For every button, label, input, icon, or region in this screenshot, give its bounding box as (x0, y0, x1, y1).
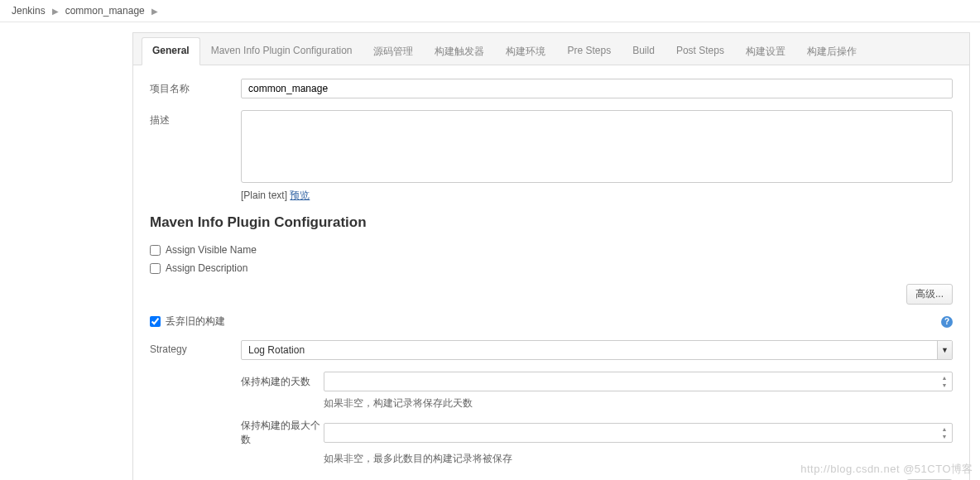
keep-days-label: 保持构建的天数 (241, 375, 324, 389)
tab-post-steps[interactable]: Post Steps (665, 37, 735, 65)
tab-build-settings[interactable]: 构建设置 (735, 37, 796, 65)
project-name-input[interactable] (241, 79, 953, 98)
tab-bar: General Maven Info Plugin Configuration … (133, 33, 969, 65)
chevron-right-icon: ▶ (52, 7, 59, 16)
chevron-right-icon: ▶ (151, 7, 158, 16)
spinner-icon[interactable]: ▲▼ (939, 425, 950, 440)
strategy-row: Strategy Log Rotation ▼ (150, 340, 953, 360)
tab-pre-steps[interactable]: Pre Steps (556, 37, 622, 65)
preview-link[interactable]: 预览 (290, 190, 310, 201)
advanced-button[interactable]: 高级... (906, 284, 953, 305)
tab-build[interactable]: Build (622, 37, 665, 65)
assign-description-checkbox[interactable] (150, 263, 161, 274)
assign-visible-name-checkbox[interactable] (150, 245, 161, 256)
breadcrumb-common-manage[interactable]: common_manage (65, 5, 145, 17)
keep-days-row: 保持构建的天数 ▲▼ (241, 372, 953, 391)
tab-build-env[interactable]: 构建环境 (495, 37, 556, 65)
keep-days-input[interactable] (324, 372, 953, 391)
config-panel: General Maven Info Plugin Configuration … (132, 32, 970, 480)
discard-old-checkbox[interactable] (150, 316, 161, 327)
description-textarea[interactable] (241, 110, 953, 183)
project-name-row: 项目名称 (150, 79, 953, 98)
tab-scm[interactable]: 源码管理 (363, 37, 424, 65)
discard-old-label: 丢弃旧的构建 (166, 314, 225, 329)
plain-text-label: [Plain text] (241, 190, 287, 201)
keep-max-input[interactable] (324, 423, 953, 443)
keep-max-label: 保持构建的最大个数 (241, 419, 324, 447)
assign-description-row: Assign Description (150, 259, 953, 277)
breadcrumb: Jenkins ▶ common_manage ▶ (0, 0, 980, 22)
discard-old-row: 丢弃旧的构建 ? (150, 308, 953, 335)
assign-visible-name-label: Assign Visible Name (166, 244, 257, 256)
description-hint: [Plain text] 预览 (241, 189, 953, 203)
assign-visible-name-row: Assign Visible Name (150, 241, 953, 259)
advanced-row-2: 高级... (150, 466, 953, 480)
keep-max-row: 保持构建的最大个数 ▲▼ (241, 419, 953, 447)
spinner-icon[interactable]: ▲▼ (939, 374, 950, 389)
description-row: 描述 [Plain text] 预览 (150, 110, 953, 203)
description-label: 描述 (150, 110, 241, 127)
chevron-down-icon[interactable]: ▼ (937, 341, 952, 359)
advanced-row-1: 高级... (150, 277, 953, 308)
strategy-value: Log Rotation (242, 344, 937, 356)
tab-content: 项目名称 描述 [Plain text] 预览 Maven Info Plugi… (133, 65, 969, 480)
keep-days-help: 如果非空，构建记录将保存此天数 (324, 396, 953, 410)
tab-maven-info[interactable]: Maven Info Plugin Configuration (200, 37, 363, 65)
project-name-label: 项目名称 (150, 79, 241, 96)
strategy-label: Strategy (150, 340, 241, 355)
breadcrumb-jenkins[interactable]: Jenkins (12, 5, 46, 17)
assign-description-label: Assign Description (166, 262, 247, 274)
strategy-select[interactable]: Log Rotation ▼ (241, 340, 953, 360)
tab-general[interactable]: General (142, 37, 200, 65)
keep-max-help: 如果非空，最多此数目的构建记录将被保存 (324, 452, 953, 466)
maven-info-title: Maven Info Plugin Configuration (150, 214, 953, 231)
tab-triggers[interactable]: 构建触发器 (424, 37, 495, 65)
tab-post-build[interactable]: 构建后操作 (796, 37, 867, 65)
help-icon[interactable]: ? (941, 316, 953, 328)
